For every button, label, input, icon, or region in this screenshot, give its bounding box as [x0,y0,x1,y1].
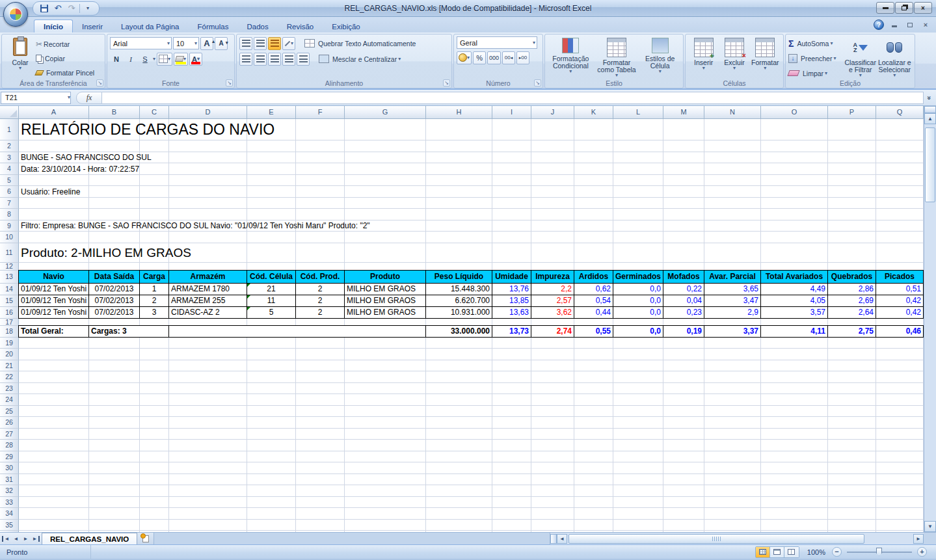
table-header-12[interactable]: Mofados [663,270,704,284]
zoom-slider-thumb[interactable] [876,548,882,556]
column-header-E[interactable]: E [247,106,296,119]
cell-text-row-4[interactable]: Data: 23/10/2014 - Hora: 07:22:57 [21,163,139,175]
minimize-button[interactable] [876,2,894,14]
column-header-N[interactable]: N [704,106,761,119]
cell-text-row-3[interactable]: BUNGE - SAO FRANCISCO DO SUL [21,152,152,164]
accounting-format-button[interactable]: ▾ [457,51,472,64]
next-sheet-button[interactable]: ► [21,536,30,542]
format-cells-button[interactable]: Formatar ▾ [750,36,781,70]
row-header-24[interactable]: 24 [0,394,19,406]
orientation-button[interactable]: ▾ [282,37,295,50]
comma-style-button[interactable]: 000 [487,51,501,64]
row-header-23[interactable]: 23 [0,383,19,395]
last-sheet-button[interactable]: ► [31,536,40,542]
font-size-combo[interactable]: 10▾ [173,37,199,49]
table-cell-r15-c15[interactable]: 2,69 [827,295,876,307]
underline-button[interactable]: S [139,53,152,66]
total-cargas-cell[interactable]: Cargas: 3 [88,325,169,338]
table-cell-r16-c12[interactable]: 0,23 [663,306,704,319]
align-top-button[interactable] [239,37,252,50]
row-header-28[interactable]: 28 [0,440,19,451]
row-header-26[interactable]: 26 [0,417,19,429]
zoom-slider[interactable] [847,552,912,553]
table-cell-r16-c11[interactable]: 0,0 [613,306,663,319]
table-cell-r14-c14[interactable]: 4,49 [760,283,828,295]
chevron-down-icon[interactable]: ▾ [153,57,155,61]
row-header-29[interactable]: 29 [0,451,19,463]
normal-view-button[interactable] [756,547,770,557]
restore-button[interactable] [895,2,913,14]
row-header-16[interactable]: 16 [0,307,19,319]
cut-button[interactable]: ✂Recortar [36,37,94,51]
row-header-11[interactable]: 11 [0,243,19,263]
tab-split-handle[interactable] [550,534,557,544]
total-value-c11[interactable]: 0,0 [613,325,663,338]
fill-color-button[interactable]: ▾ [174,53,188,66]
doc-restore-button[interactable] [905,21,915,29]
table-header-8[interactable]: Umidade [492,270,531,284]
shrink-font-button[interactable]: A▾ [215,37,228,50]
table-cell-r14-c12[interactable]: 0,22 [663,283,704,295]
page-layout-view-button[interactable] [770,547,784,557]
page-break-view-button[interactable] [784,547,799,557]
table-cell-r16-c1[interactable]: 07/02/2013 [88,306,140,319]
table-cell-r16-c3[interactable]: CIDASC-AZ 2 [168,306,247,319]
table-header-5[interactable]: Cód. Prod. [295,270,345,284]
table-cell-r14-c10[interactable]: 0,62 [574,283,613,295]
table-cell-r15-c0[interactable]: 01/09/12 Ten Yoshi Maru [18,295,89,307]
align-center-button[interactable] [254,53,267,66]
number-format-combo[interactable]: Geral▾ [457,36,537,49]
table-cell-r14-c3[interactable]: ARMAZEM 1780 [168,283,247,295]
table-header-15[interactable]: Quebrados [827,270,876,284]
column-header-H[interactable]: H [426,106,492,119]
row-header-22[interactable]: 22 [0,371,19,383]
format-painter-button[interactable]: Formatar Pincel [36,66,94,79]
table-cell-r15-c16[interactable]: 0,42 [876,295,924,307]
column-header-M[interactable]: M [663,106,704,119]
table-header-6[interactable]: Produto [344,270,426,284]
column-header-K[interactable]: K [574,106,613,119]
dialog-launcher-icon[interactable]: ↘ [443,79,450,87]
table-cell-r15-c9[interactable]: 2,57 [531,295,574,307]
table-cell-r16-c6[interactable]: MILHO EM GRAOS [344,306,426,319]
insert-function-button[interactable]: fx [76,92,102,104]
row-header-25[interactable]: 25 [0,406,19,418]
table-header-11[interactable]: Germinados [613,270,663,284]
cell-text-row-1[interactable]: RELATÓRIO DE CARGAS DO NAVIO [21,119,274,140]
name-box[interactable]: T21▾ [1,92,71,104]
expand-formula-bar-button[interactable]: » [924,92,936,103]
total-label-cell[interactable]: Total Geral: [18,325,89,338]
total-value-c15[interactable]: 2,75 [827,325,876,338]
table-cell-r15-c10[interactable]: 0,54 [574,295,613,307]
grow-font-button[interactable]: A▴ [200,37,213,50]
table-header-4[interactable]: Cód. Célula [247,270,296,284]
column-header-L[interactable]: L [613,106,663,119]
cell-styles-button[interactable]: Estilos de Célula ▾ [640,36,680,73]
align-middle-button[interactable] [254,37,267,50]
merge-center-button[interactable]: Mesclar e Centralizar ▾ [319,52,401,66]
table-header-3[interactable]: Armazém [168,270,247,284]
table-cell-r15-c1[interactable]: 07/02/2013 [88,295,140,307]
wrap-text-button[interactable]: Quebrar Texto Automaticamente [304,36,416,50]
sheet-canvas[interactable]: RELATÓRIO DE CARGAS DO NAVIOBUNGE - SAO … [19,119,924,532]
table-header-13[interactable]: Avar. Parcial [704,270,761,284]
insert-worksheet-button[interactable] [137,533,154,544]
table-header-16[interactable]: Picados [876,270,924,284]
ribbon-tab-dados[interactable]: Dados [237,20,277,33]
first-sheet-button[interactable]: ◄ [2,536,10,542]
cell-text-row-6[interactable]: Usuário: Freeline [21,186,80,198]
row-header-9[interactable]: 9 [0,220,19,232]
cell-text-row-11[interactable]: Produto: 2-MILHO EM GRAOS [21,243,191,263]
row-header-35[interactable]: 35 [0,520,19,531]
office-button[interactable] [3,2,28,27]
increase-decimal-button[interactable]: 00◂ [502,51,515,64]
dialog-launcher-icon[interactable]: ↘ [96,79,103,87]
table-cell-r15-c2[interactable]: 2 [139,295,169,307]
table-cell-r14-c1[interactable]: 07/02/2013 [88,283,140,295]
table-cell-r15-c12[interactable]: 0,04 [663,295,704,307]
percent-style-button[interactable]: % [473,51,486,64]
table-cell-r16-c10[interactable]: 0,44 [574,306,613,319]
format-as-table-button[interactable]: Formatar como Tabela ▾ [594,36,639,77]
delete-cells-button[interactable]: × Excluir ▾ [719,36,749,70]
row-header-1[interactable]: 1 [0,119,19,140]
